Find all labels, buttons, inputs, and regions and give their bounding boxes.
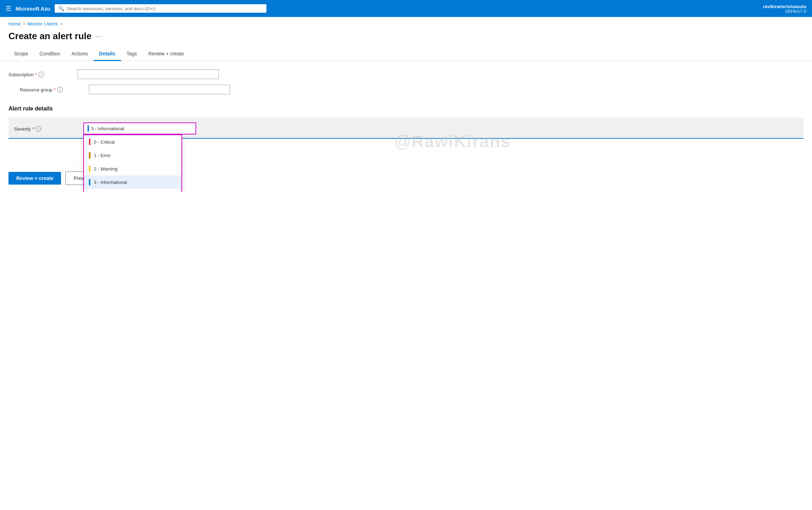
review-create-button[interactable]: Review + create — [8, 172, 61, 185]
subscription-required: * — [35, 72, 37, 77]
tab-review-create[interactable]: Review + create — [143, 47, 190, 61]
severity-bar-red — [89, 139, 90, 145]
severity-dropdown[interactable]: 0 - Critical 1 - Error 2 - Warning 3 - I… — [83, 121, 196, 134]
more-options-icon[interactable]: ··· — [95, 32, 101, 40]
brand-name: Microsoft Azu — [16, 6, 50, 12]
page-header: Create an alert rule ··· — [0, 28, 812, 47]
tab-bar: Scope Condition Actions Details Tags Rev… — [0, 47, 812, 61]
breadcrumb-monitor-alerts[interactable]: Monitor | Alerts — [28, 21, 58, 26]
severity-required: * — [32, 126, 34, 132]
subscription-info-icon[interactable]: i — [38, 72, 44, 77]
severity-bar-orange — [89, 152, 90, 158]
subscription-row: Subscription * i — [8, 70, 804, 79]
tab-details[interactable]: Details — [94, 47, 121, 61]
resource-group-input[interactable] — [89, 85, 230, 94]
severity-option-1[interactable]: 1 - Error — [84, 149, 181, 162]
severity-selected-bar — [88, 125, 89, 132]
severity-option-0[interactable]: 0 - Critical — [84, 135, 181, 149]
severity-bar-yellow — [89, 166, 90, 172]
search-input[interactable] — [67, 6, 263, 11]
severity-row: Severity * i 0 - Critical 1 - Error 2 - … — [8, 118, 804, 139]
page-title: Create an alert rule — [8, 31, 92, 42]
user-info: ravikiransrinivasulu DEFAULT D — [763, 4, 806, 13]
severity-option-2[interactable]: 2 - Warning — [84, 162, 181, 175]
search-icon: 🔍 — [58, 6, 64, 11]
search-bar[interactable]: 🔍 — [55, 4, 266, 13]
breadcrumb-home[interactable]: Home — [8, 21, 21, 26]
severity-selected-label: 3 - Informational — [91, 126, 124, 131]
severity-label: Severity * i — [14, 124, 78, 132]
hamburger-icon[interactable]: ☰ — [6, 5, 11, 12]
alert-rule-details-heading: Alert rule details — [8, 106, 804, 112]
severity-selected-value[interactable]: 3 - Informational — [83, 122, 196, 134]
resource-group-info-icon[interactable]: i — [57, 87, 63, 92]
severity-option-4[interactable]: 4 - Verbose — [84, 189, 181, 192]
breadcrumb: Home > Monitor | Alerts > — [0, 17, 812, 28]
tab-scope[interactable]: Scope — [8, 47, 34, 61]
severity-option-3[interactable]: 3 - Informational — [84, 175, 181, 189]
resource-group-row: Resource group * i — [8, 85, 804, 94]
subscription-input[interactable] — [78, 70, 219, 79]
main-content: @RawiKirans Subscription * i Resource gr… — [0, 61, 812, 150]
tab-actions[interactable]: Actions — [66, 47, 94, 61]
severity-info-icon[interactable]: i — [35, 126, 41, 132]
severity-dropdown-menu: 0 - Critical 1 - Error 2 - Warning 3 - I… — [83, 134, 182, 192]
severity-bar-blue — [89, 179, 90, 185]
tab-condition[interactable]: Condition — [34, 47, 66, 61]
tab-tags[interactable]: Tags — [121, 47, 143, 61]
resource-group-label: Resource group * i — [20, 85, 83, 92]
breadcrumb-sep-1: > — [23, 22, 25, 26]
username: ravikiransrinivasulu — [763, 4, 806, 9]
resource-group-required: * — [54, 87, 56, 92]
subscription-label: Subscription * i — [8, 70, 72, 77]
tenant-label: DEFAULT D — [763, 9, 806, 13]
top-nav: ☰ Microsoft Azu 🔍 ravikiransrinivasulu D… — [0, 0, 812, 17]
breadcrumb-sep-2: > — [60, 22, 62, 26]
